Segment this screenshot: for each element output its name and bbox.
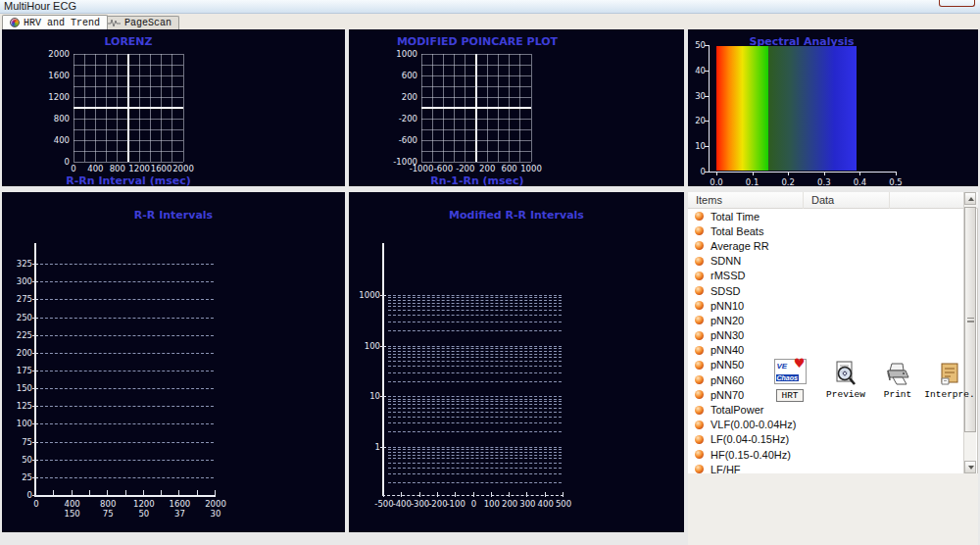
- gridline: [388, 351, 562, 352]
- vertical-scrollbar[interactable]: [963, 192, 976, 473]
- close-icon[interactable]: [939, 0, 975, 7]
- x-tick: [824, 172, 825, 175]
- gridline: [388, 463, 562, 464]
- gridline: [388, 404, 562, 405]
- list-item[interactable]: LF/HF: [688, 462, 964, 473]
- y-tick-label: 75: [0, 437, 32, 447]
- x-tick-label: -500: [374, 499, 393, 509]
- list-item[interactable]: Total Beats: [688, 223, 964, 238]
- item-label: pNN30: [710, 329, 744, 341]
- list-item[interactable]: HF(0.15-0.40Hz): [688, 447, 964, 462]
- y-tick: [32, 460, 38, 461]
- button-label: HRT: [776, 389, 803, 402]
- list-item[interactable]: Average RR: [688, 238, 964, 253]
- rr-intervals-chart: R-R Intervals 02550751001251501752002252…: [2, 192, 345, 532]
- tab-pagescan[interactable]: PageScan: [100, 16, 179, 29]
- bullet-icon: [695, 272, 704, 280]
- item-label: HF(0.15-0.40Hz): [710, 449, 791, 461]
- bullet-icon: [695, 241, 704, 250]
- chart-title: R-R Intervals: [2, 209, 345, 222]
- x-tick: [545, 492, 546, 497]
- x-axis-label: R-Rn Interval (msec): [2, 174, 255, 187]
- modified-rr-intervals-chart: Modified R-R Intervals 1000100101-500-40…: [349, 192, 684, 532]
- gridline: [388, 348, 562, 349]
- list-item[interactable]: pNN10: [688, 298, 964, 313]
- x-tick-label: 0: [471, 499, 476, 509]
- spectral-band: [768, 46, 857, 171]
- x-tick: [563, 492, 564, 497]
- gridline: [40, 442, 214, 443]
- tab-hrv-and-trend[interactable]: HRV and Trend: [2, 15, 108, 29]
- gridline: [388, 396, 562, 397]
- gridline: [74, 151, 183, 152]
- column-header-data[interactable]: Data: [804, 192, 890, 209]
- x-axis-label: Rn-1-Rn (msec): [349, 174, 606, 187]
- x-tick: [491, 492, 492, 497]
- app-window: { "window": { "title": "MultiHour ECG" }…: [0, 0, 980, 545]
- gridline: [388, 295, 562, 296]
- spectral-analysis-chart: Spectral Analysis 0.00.10.20.30.40.50102…: [688, 29, 978, 186]
- gridline: [388, 408, 562, 409]
- x-tick-label: 1200: [133, 499, 155, 509]
- interpret-button[interactable]: Interpre.: [924, 361, 975, 400]
- x-tick-label: 0.5: [889, 177, 903, 187]
- column-header-items[interactable]: Items: [688, 192, 804, 209]
- y-tick-label: 40: [664, 66, 706, 75]
- interpretation-notes-icon: [937, 361, 962, 387]
- list-item[interactable]: pNN30: [688, 328, 964, 343]
- list-item[interactable]: TotalPower: [688, 402, 964, 417]
- gridline: [388, 482, 562, 483]
- x-tick-label: 0.0: [710, 177, 723, 187]
- printer-icon: [884, 361, 911, 387]
- preview-button[interactable]: Preview: [822, 361, 869, 400]
- y-tick-label: 10: [339, 391, 380, 401]
- bullet-icon: [695, 212, 704, 221]
- list-item[interactable]: rMSSD: [688, 269, 964, 283]
- list-item[interactable]: SDSD: [688, 283, 964, 298]
- scroll-up-icon[interactable]: [964, 192, 976, 205]
- x-tick-label: 2000: [172, 164, 194, 173]
- x-tick-label: 0.1: [746, 177, 760, 187]
- gridline: [421, 162, 531, 163]
- list-item[interactable]: SDNN: [688, 254, 964, 269]
- list-item[interactable]: Total Time: [688, 209, 964, 223]
- hrt-button[interactable]: VE Chaos ♥ HRT: [769, 359, 810, 402]
- bullet-icon: [695, 375, 704, 384]
- list-item[interactable]: pNN40: [688, 343, 964, 358]
- list-item[interactable]: LF(0.04-0.15Hz): [688, 432, 964, 447]
- gridline: [388, 303, 562, 304]
- bullet-icon: [695, 331, 704, 340]
- x-tick-sublabel: 30: [211, 509, 221, 519]
- tab-bar: HRV and Trend PageScan: [0, 14, 980, 29]
- x-tick: [788, 172, 789, 175]
- color-wheel-icon: [10, 18, 20, 27]
- x-tick: [526, 492, 527, 497]
- gridline: [74, 140, 183, 141]
- y-tick-label: 1000: [376, 49, 417, 59]
- list-item[interactable]: VLF(0.00-0.04Hz): [688, 418, 964, 432]
- y-tick-label: 10: [664, 141, 706, 151]
- gridline: [40, 423, 214, 424]
- gridline: [421, 129, 531, 130]
- print-button[interactable]: Print: [874, 361, 921, 400]
- scroll-down-icon[interactable]: [964, 461, 976, 473]
- x-tick-label: 200: [479, 164, 495, 173]
- x-tick-label: 400: [87, 164, 103, 173]
- button-label: Interpre.: [924, 389, 975, 400]
- x-tick-label: 600: [501, 164, 516, 173]
- gridline: [40, 281, 214, 282]
- x-tick-label: 800: [100, 499, 116, 509]
- bullet-icon: [695, 257, 704, 266]
- gridline: [388, 412, 562, 413]
- y-tick-label: 50: [0, 455, 32, 465]
- y-tick: [380, 447, 386, 448]
- list-item[interactable]: pNN20: [688, 313, 964, 327]
- x-tick-sublabel: 75: [103, 509, 114, 519]
- x-tick-label: 1600: [151, 164, 172, 173]
- gridline: [40, 388, 214, 389]
- y-tick-label: 30: [664, 91, 706, 101]
- gridline: [388, 431, 562, 432]
- y-tick: [32, 281, 38, 282]
- gridline: [40, 371, 214, 372]
- x-tick-label: 0.3: [817, 177, 831, 187]
